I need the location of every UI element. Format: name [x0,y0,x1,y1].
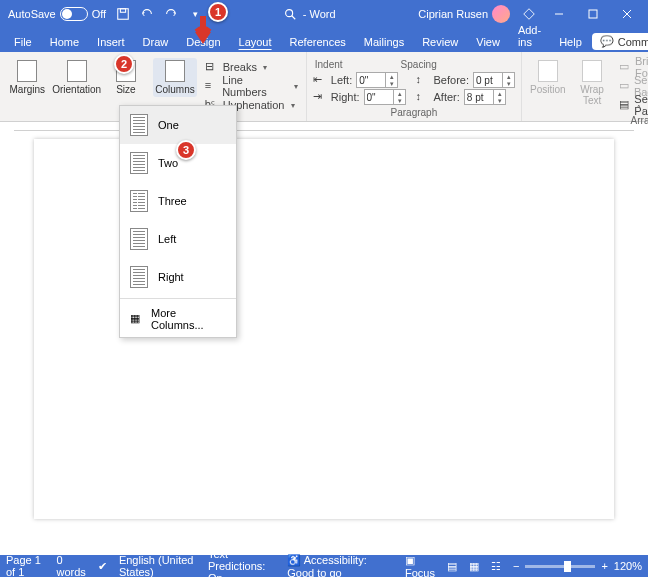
columns-left[interactable]: Left [120,220,236,258]
columns-more[interactable]: ▦More Columns... [120,301,236,337]
columns-menu: One Two Three Left Right ▦More Columns..… [119,105,237,338]
spacing-after-input[interactable]: ▴▾ [464,89,506,105]
selection-pane-button[interactable]: ▤Selection Pane [617,96,648,114]
spacing-before-input[interactable]: ▴▾ [473,72,515,88]
status-predictions[interactable]: Text Predictions: On [208,548,275,577]
status-accessibility[interactable]: ♿ Accessibility: Good to go [287,554,381,578]
spacing-after-icon: ↕ [416,90,430,104]
columns-button[interactable]: Columns [153,58,196,97]
ribbon-collapse-button[interactable]: ˄ [636,104,642,117]
tab-home[interactable]: Home [42,32,87,52]
status-language[interactable]: English (United States) [119,554,196,577]
redo-button[interactable] [160,3,182,25]
up-icon[interactable]: ▴ [386,73,398,80]
margins-button[interactable]: Margins [6,58,49,97]
tab-review[interactable]: Review [414,32,466,52]
tab-help[interactable]: Help [551,32,590,52]
line-numbers-button[interactable]: ≡Line Numbers▾ [203,77,300,95]
indent-label: Indent [313,58,343,72]
position-icon [538,60,558,82]
spacing-before-icon: ↕ [416,73,430,87]
status-page[interactable]: Page 1 of 1 [6,554,45,577]
status-words[interactable]: 0 words [57,554,86,577]
read-mode-button[interactable]: ▤ [447,560,457,573]
redo-icon [164,7,178,21]
callout-3: 3 [176,140,196,160]
callout-arrow-icon [192,16,214,44]
focus-button[interactable]: ▣ Focus [405,554,435,578]
diamond-icon [522,7,536,21]
save-button[interactable] [112,3,134,25]
indent-right-input[interactable]: ▴▾ [364,89,406,105]
account-button[interactable]: Ciprian Rusen [412,5,516,23]
zoom-track[interactable] [525,565,595,568]
zoom-slider[interactable]: − + 120% [513,560,642,572]
indent-left-input[interactable]: ▴▾ [356,72,398,88]
orientation-button[interactable]: Orientation [55,58,99,97]
columns-one[interactable]: One [120,106,236,144]
close-button[interactable] [610,0,644,28]
bring-forward-icon: ▭ [619,60,631,74]
spacing-label: Spacing [399,58,437,72]
zoom-out-button[interactable]: − [513,560,519,572]
zoom-in-button[interactable]: + [601,560,607,572]
tab-file[interactable]: File [6,32,40,52]
tab-draw[interactable]: Draw [135,32,177,52]
group-arrange: Position Wrap Text ▭Bring Forward ▭Send … [522,52,648,121]
minimize-icon [554,9,564,19]
ribbon: Margins Orientation Size Columns ⊟Breaks… [0,52,648,122]
callout-1: 1 [208,2,228,22]
callout-2: 2 [114,54,134,74]
columns-three[interactable]: Three [120,182,236,220]
down-icon[interactable]: ▾ [386,80,398,87]
tab-insert[interactable]: Insert [89,32,133,52]
menu-separator [120,298,236,299]
chevron-down-icon: ▾ [294,82,298,91]
one-column-icon [130,114,148,136]
zoom-level[interactable]: 120% [614,560,642,572]
svg-rect-3 [589,10,597,18]
selection-pane-icon: ▤ [619,98,631,112]
tab-addins[interactable]: Add-ins [510,20,549,52]
columns-icon [165,60,185,82]
up-icon[interactable]: ▴ [494,90,506,97]
three-column-icon [130,190,148,212]
close-icon [622,9,632,19]
autosave-state: Off [92,8,106,20]
print-layout-button[interactable]: ▦ [469,560,479,573]
maximize-button[interactable] [576,0,610,28]
down-icon[interactable]: ▾ [494,97,506,104]
chevron-down-icon: ▾ [263,63,267,72]
tab-mailings[interactable]: Mailings [356,32,412,52]
breaks-icon: ⊟ [205,60,219,74]
undo-button[interactable] [136,3,158,25]
save-icon [116,7,130,21]
zoom-thumb[interactable] [564,561,571,572]
autosave-toggle[interactable]: AutoSave Off [4,7,110,21]
tab-layout[interactable]: Layout [231,32,280,52]
chevron-up-icon: ˄ [636,104,642,116]
svg-rect-1 [121,9,126,13]
title-bar: AutoSave Off ▾ - Word Ciprian Rusen [0,0,648,28]
up-icon[interactable]: ▴ [503,73,515,80]
indent-right-icon: ⇥ [313,90,327,104]
up-icon[interactable]: ▴ [394,90,406,97]
two-column-icon [130,152,148,174]
status-bar: Page 1 of 1 0 words ✔ English (United St… [0,555,648,577]
columns-right[interactable]: Right [120,258,236,296]
tab-view[interactable]: View [468,32,508,52]
ribbon-tabs: File Home Insert Draw Design Layout Refe… [0,28,648,52]
document-area[interactable] [14,130,634,532]
search-icon[interactable] [283,7,297,21]
margins-icon [17,60,37,82]
down-icon[interactable]: ▾ [394,97,406,104]
comments-button[interactable]: 💬 Comments [592,33,648,50]
send-backward-icon: ▭ [619,79,630,93]
tab-references[interactable]: References [282,32,354,52]
more-columns-icon: ▦ [130,312,143,326]
spellcheck-icon[interactable]: ✔ [98,560,107,573]
wrap-text-icon [582,60,602,82]
web-layout-button[interactable]: ☷ [491,560,501,573]
down-icon[interactable]: ▾ [503,80,515,87]
svg-rect-0 [118,9,129,20]
